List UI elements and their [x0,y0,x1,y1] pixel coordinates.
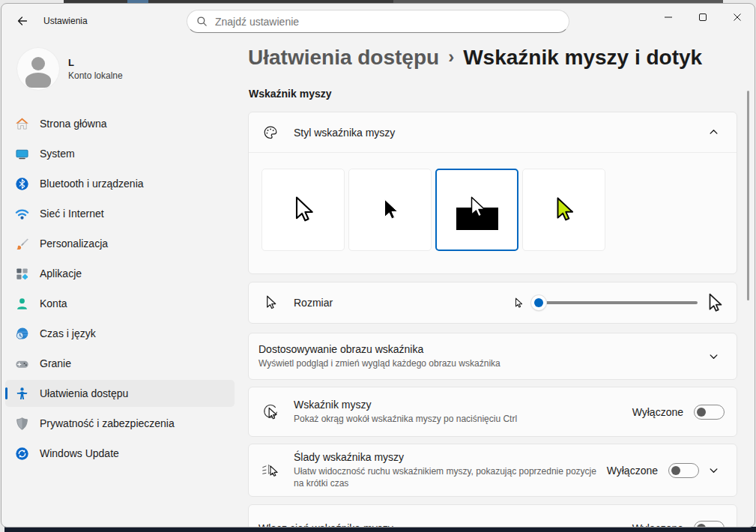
selected-indicator [5,387,7,399]
slider-thumb[interactable] [531,295,546,310]
sidebar-item-label: Bluetooth i urządzenia [40,178,144,190]
breadcrumb-parent[interactable]: Ułatwienia dostępu [248,46,439,69]
account-name: L [68,57,123,68]
custom-green-pointer-icon [551,195,577,225]
black-pointer-icon [379,196,402,223]
sidebar-item-prywatnosc[interactable]: Prywatność i zabezpieczenia [5,410,235,437]
account-info[interactable]: L Konto lokalne [17,47,235,91]
sidebar-item-aplikacje[interactable]: Aplikacje [5,260,235,287]
pointer-locator-card: Wskaźnik myszy Pokaż okrąg wokół wskaźni… [248,387,737,437]
pointer-size-title: Rozmiar [294,297,513,309]
sidebar-item-windows-update[interactable]: Windows Update [5,440,235,467]
network-icon [14,206,29,221]
windows-update-icon [14,446,29,461]
sidebar-item-siec-internet[interactable]: Sieć i Internet [5,200,235,227]
home-icon [14,116,29,131]
accounts-icon [14,296,29,311]
pointer-style-options [261,169,605,251]
close-button[interactable] [720,4,755,31]
pointer-style-option-custom-green[interactable] [522,169,605,251]
pointer-style-card: Styl wskaźnika myszy [248,112,737,274]
pointer-locator-state: Wyłączone [632,406,683,418]
gaming-icon [14,356,29,371]
sidebar-item-czas-jezyk[interactable]: Czas i język [5,320,235,347]
close-icon [733,13,742,22]
pointer-trails-icon [261,462,280,480]
minimize-button[interactable] [651,4,686,31]
app-title: Ustawienia [43,16,88,26]
maximize-button[interactable] [686,4,720,31]
pointer-trails-toggle[interactable] [668,463,699,478]
settings-window: Ustawienia L Konto lokalne [1,3,755,528]
pointer-shadow-state: Wyłączone [632,522,683,528]
section-label: Wskaźnik myszy [249,88,332,100]
sidebar-item-label: System [40,148,75,160]
pointer-locator-title: Wskaźnik myszy [294,399,632,411]
sidebar-item-label: Aplikacje [40,267,82,279]
toggle-knob [697,408,706,417]
apps-icon [14,266,29,281]
sidebar-item-label: Granie [40,357,71,369]
titlebar: Ustawienia [1,4,755,37]
search-input[interactable] [215,16,560,28]
accessibility-icon [14,386,29,401]
sidebar-item-strona-glowna[interactable]: Strona główna [5,110,235,137]
chevron-down-icon[interactable] [702,465,725,475]
sidebar-item-konta[interactable]: Konta [5,290,235,317]
pointer-style-option-inverted[interactable] [435,169,518,251]
customize-pointer-card[interactable]: Dostosowywanie obrazu wskaźnika Wyświetl… [248,333,737,380]
sidebar-item-bluetooth[interactable]: Bluetooth i urządzenia [5,170,235,197]
sidebar-item-label: Windows Update [40,447,119,459]
customize-subtitle: Wyświetl podgląd i zmień wygląd każdego … [258,357,581,369]
pointer-shadow-toggle[interactable] [694,521,725,528]
minimize-icon [664,13,673,22]
window-controls [651,4,755,32]
sidebar-item-ulatwienia-dostepu[interactable]: Ułatwienia dostępu [5,380,235,407]
pointer-locator-toggle[interactable] [694,405,725,420]
toggle-knob [671,466,680,475]
pointer-shadow-title: Włącz cień wskaźnika myszy [258,522,632,528]
search-icon [196,16,208,27]
back-arrow-icon [16,15,28,27]
background-window-edge [4,527,756,532]
pointer-trails-state: Wyłączone [607,465,658,477]
back-button[interactable] [13,12,31,30]
personalization-icon [14,236,29,251]
pointer-style-option-black[interactable] [348,169,432,251]
pointer-locator-icon [261,402,280,422]
maximize-icon [698,13,707,22]
small-cursor-icon [513,297,524,309]
sidebar-item-label: Prywatność i zabezpieczenia [40,417,175,429]
sidebar-item-label: Personalizacja [40,238,108,250]
vertical-scrollbar[interactable] [747,91,749,300]
pointer-locator-subtitle: Pokaż okrąg wokół wskaźnika myszy po nac… [294,413,616,425]
pointer-trails-card: Ślady wskaźnika myszy Ułatw widoczność r… [248,444,737,497]
pointer-style-title: Styl wskaźnika myszy [294,127,702,139]
palette-icon [261,124,280,141]
pointer-style-option-white[interactable] [261,169,345,251]
sidebar-item-label: Konta [40,297,67,309]
pointer-style-header[interactable]: Styl wskaźnika myszy [249,112,737,153]
slider-track[interactable] [531,301,698,304]
sidebar-item-system[interactable]: System [5,140,235,167]
sidebar-item-label: Strona główna [40,118,107,130]
white-pointer-icon [290,194,317,226]
sidebar-item-label: Ułatwienia dostępu [40,387,128,399]
privacy-icon [14,416,29,431]
pointer-size-card: Rozmiar [248,282,737,324]
chevron-down-icon[interactable] [702,351,725,361]
customize-title: Dostosowywanie obrazu wskaźnika [258,343,702,355]
pointer-trails-subtitle: Ułatw widoczność ruchu wskaźnikiem myszy… [294,465,607,489]
sidebar-nav: Strona główna System Bluetooth i urządze… [5,110,235,470]
system-icon [14,146,29,161]
search-box[interactable] [187,10,569,33]
pointer-shadow-card: Włącz cień wskaźnika myszy Wyłączone [248,504,737,528]
page-title: Wskaźnik myszy i dotyk [463,46,702,69]
cursor-icon [261,294,280,311]
sidebar-item-personalizacja[interactable]: Personalizacja [5,230,235,257]
chevron-up-icon[interactable] [702,127,725,137]
toggle-knob [697,524,706,528]
sidebar-item-label: Sieć i Internet [40,208,104,220]
pointer-size-slider[interactable] [531,295,698,310]
sidebar-item-granie[interactable]: Granie [5,350,235,377]
